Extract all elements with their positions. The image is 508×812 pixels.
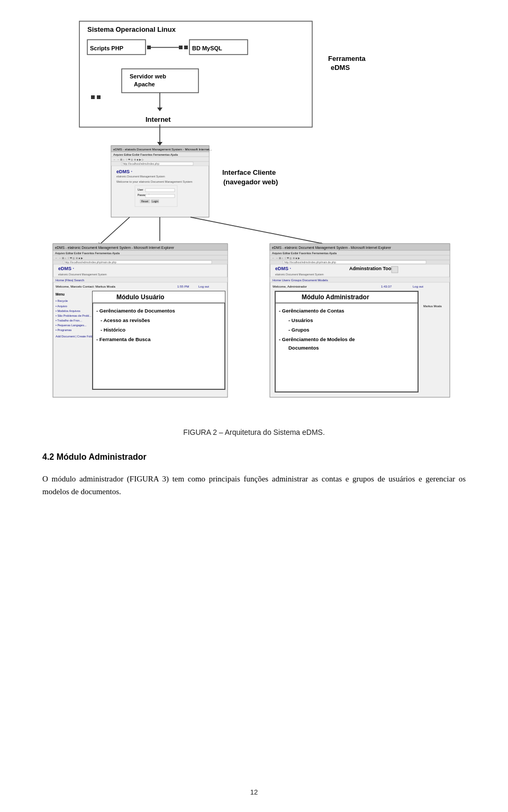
svg-text:elatronic Document Management : elatronic Document Management System — [116, 175, 165, 178]
svg-text:← →  ⊠ ⌂ ☆ ❤ ◎ ⊛ ■ ▶: ← → ⊠ ⌂ ☆ ❤ ◎ ⊛ ■ ▶ — [272, 256, 300, 260]
svg-text:eDMS: eDMS — [331, 64, 350, 72]
svg-rect-7 — [184, 46, 188, 49]
svg-text:eDMS - elatronic Document Mana: eDMS - elatronic Document Management Sys… — [55, 246, 175, 250]
svg-text:Scripts PHP: Scripts PHP — [90, 45, 123, 51]
svg-text:Adminstration Tools: Adminstration Tools — [349, 266, 395, 271]
svg-text:1:55 PM: 1:55 PM — [177, 285, 189, 288]
svg-line-46 — [101, 217, 130, 244]
svg-text:Módulo Usuário: Módulo Usuário — [116, 293, 165, 301]
svg-text:Home  |Files|  Search: Home |Files| Search — [56, 279, 84, 282]
diagram-svg: Sistema Operacional Linux Scripts PHP BD… — [48, 16, 460, 418]
svg-text:- Usuários: - Usuários — [288, 317, 313, 323]
svg-text:Interface Cliente: Interface Cliente — [222, 168, 276, 176]
svg-text:User: User — [138, 188, 143, 191]
svg-text:• Modelos Arquivos: • Modelos Arquivos — [56, 309, 80, 313]
svg-text:Arquivo  Editar  Exibir  Favor: Arquivo Editar Exibir Favoritos Ferramen… — [55, 252, 120, 255]
svg-text:Documentos: Documentos — [288, 345, 319, 351]
svg-text:← →  ⊠ ⌂ ☆ ❤ ◎ ⊛ ■ ▶: ← → ⊠ ⌂ ☆ ❤ ◎ ⊛ ■ ▶ — [55, 256, 83, 260]
svg-text:Arquivo  Editar  Exibir  Favor: Arquivo Editar Exibir Favoritos Ferramen… — [272, 252, 337, 255]
svg-rect-13 — [91, 95, 95, 99]
svg-text:• Pequenas Langages...: • Pequenas Langages... — [56, 324, 87, 327]
svg-text:- Gerênciamento de Documentos: - Gerênciamento de Documentos — [96, 308, 175, 314]
svg-text:Internet: Internet — [146, 115, 171, 123]
svg-text:Menu: Menu — [56, 292, 65, 296]
svg-rect-39 — [146, 194, 175, 198]
svg-text:- Ferramenta de Busca: - Ferramenta de Busca — [96, 336, 151, 342]
svg-text:Login: Login — [152, 200, 158, 203]
svg-rect-10 — [122, 69, 198, 93]
svg-text:Welcome, Administrador: Welcome, Administrador — [273, 285, 307, 288]
svg-text:eDMS ·: eDMS · — [275, 266, 291, 271]
figure-caption: FIGURA 2 – Arquitetura do Sistema eDMS. — [183, 428, 325, 436]
svg-rect-98 — [392, 266, 398, 273]
svg-text:eDMS - elatools Document Manag: eDMS - elatools Document Management Syst… — [113, 148, 212, 151]
svg-text:Sistema Operacional Linux: Sistema Operacional Linux — [87, 25, 176, 33]
svg-text:1:43:37: 1:43:37 — [381, 285, 392, 288]
svg-rect-4 — [147, 46, 151, 49]
svg-text:Home  Users  Groups  Document : Home Users Groups Document Models — [273, 279, 328, 282]
svg-text:- Histórico: - Histórico — [101, 327, 125, 333]
svg-text:http://localhost/edms/index.ph: http://localhost/edms/index.php — [123, 162, 159, 165]
svg-marker-21 — [157, 142, 162, 146]
svg-rect-14 — [97, 95, 101, 99]
svg-text:• Arquivo: • Arquivo — [56, 305, 67, 308]
svg-text:• Programas: • Programas — [56, 328, 72, 332]
svg-text:- Gerênciamento de Contas: - Gerênciamento de Contas — [279, 308, 344, 314]
svg-line-48 — [190, 217, 323, 244]
body-text: O módulo administrador (FIGURA 3) tem co… — [42, 472, 466, 498]
svg-text:BD MySQL: BD MySQL — [192, 45, 222, 51]
svg-text:eDMS - elatronic Document Mana: eDMS - elatronic Document Management Sys… — [272, 246, 392, 250]
svg-text:elatronic Document Management : elatronic Document Management System — [58, 273, 107, 276]
svg-text:Arquivo  Editar  Exibir  Favor: Arquivo Editar Exibir Favoritos Ferramen… — [113, 153, 178, 156]
svg-text:Welcome, Marcelo  Contact: Mar: Welcome, Marcelo Contact: Markus Moala — [56, 285, 116, 288]
svg-text:elatronic Document Management : elatronic Document Management System — [275, 273, 324, 276]
svg-text:http://localhost/edms/index.ph: http://localhost/edms/index.php/main.de.… — [284, 261, 336, 264]
svg-text:Log out: Log out — [198, 285, 209, 288]
svg-text:• Trabalho de Fron...: • Trabalho de Fron... — [56, 319, 82, 322]
svg-text:← → ⊠  ⌂  ☆  ❤  ◎  ⊛  ■ ▶ ▷: ← → ⊠ ⌂ ☆ ❤ ◎ ⊛ ■ ▶ ▷ — [113, 158, 144, 161]
section-heading: 4.2 Módulo Administrador — [42, 452, 147, 462]
page-number: 12 — [250, 788, 258, 796]
svg-rect-6 — [179, 46, 183, 49]
svg-text:- Acesso as revisões: - Acesso as revisões — [101, 317, 150, 323]
svg-text:Módulo Administrador: Módulo Administrador — [302, 293, 369, 301]
svg-text:Log out: Log out — [413, 285, 423, 288]
svg-text:http://localhost/edms/index.ph: http://localhost/edms/index.php/main.de.… — [65, 261, 116, 264]
svg-text:- Grupos: - Grupos — [288, 327, 310, 333]
svg-text:(navegador web): (navegador web) — [223, 178, 278, 186]
svg-rect-37 — [146, 189, 175, 192]
svg-text:Reset: Reset — [141, 200, 149, 203]
svg-text:- Gerênciamento de Modelos de: - Gerênciamento de Modelos de — [279, 336, 355, 342]
svg-text:Servidor web: Servidor web — [130, 73, 166, 79]
svg-text:• São Problemas de Probl...: • São Problemas de Probl... — [56, 314, 92, 317]
svg-text:• Recycle: • Recycle — [56, 299, 68, 302]
svg-text:Ferramenta: Ferramenta — [328, 55, 366, 63]
svg-text:eDMS ·: eDMS · — [116, 169, 132, 174]
architecture-diagram: Sistema Operacional Linux Scripts PHP BD… — [42, 16, 466, 418]
svg-text:eDMS ·: eDMS · — [58, 266, 74, 271]
svg-text:Apache: Apache — [134, 81, 155, 87]
svg-text:Markus Moala: Markus Moala — [423, 305, 442, 308]
svg-text:Welcome to your elatronic Docu: Welcome to your elatronic Document Manag… — [116, 180, 193, 183]
